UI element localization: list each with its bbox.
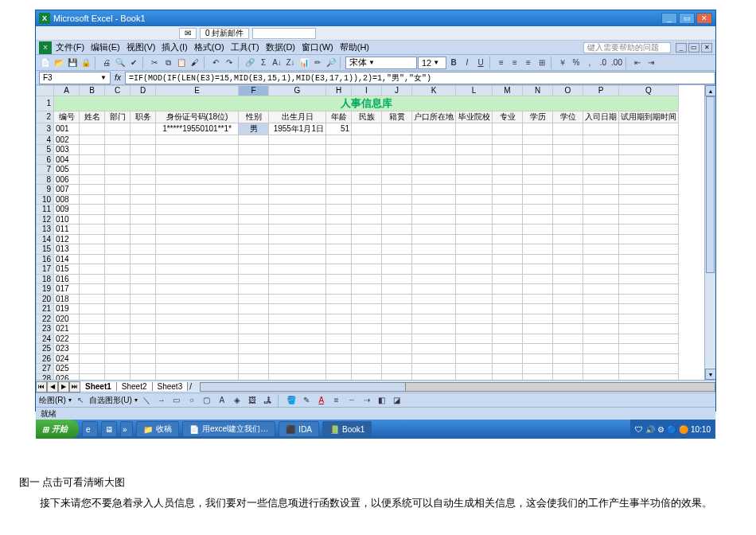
cell-I27[interactable]: [352, 364, 382, 374]
cell-O23[interactable]: [553, 324, 583, 334]
cell-A25[interactable]: 023: [54, 344, 80, 354]
cell-K3[interactable]: [412, 123, 456, 135]
cell-B4[interactable]: [80, 135, 105, 145]
cell-N7[interactable]: [523, 165, 553, 175]
cell-G27[interactable]: [269, 364, 326, 374]
tab-nav-first[interactable]: ⏮: [36, 381, 47, 392]
cell-G18[interactable]: [269, 274, 326, 284]
cell-H17[interactable]: [326, 264, 352, 275]
cell-F8[interactable]: [239, 174, 269, 185]
cell-C12[interactable]: [105, 214, 131, 225]
undo-icon[interactable]: ↶: [209, 57, 222, 69]
cell-L9[interactable]: [456, 185, 493, 195]
cell-A3[interactable]: 001: [54, 123, 80, 135]
cell-P17[interactable]: [583, 264, 619, 275]
cell-I24[interactable]: [352, 334, 382, 344]
cell-Q13[interactable]: [619, 225, 679, 235]
system-tray[interactable]: 🛡 🔊 ⚙ 🔵 🟠 10:10: [630, 420, 715, 439]
cell-D26[interactable]: [131, 353, 156, 364]
cell-I20[interactable]: [352, 294, 382, 304]
cell-N18[interactable]: [523, 274, 553, 284]
cell-I9[interactable]: [352, 185, 382, 195]
cell-K15[interactable]: [412, 244, 456, 255]
workbook-restore[interactable]: ▭: [688, 43, 699, 53]
format-painter-icon[interactable]: 🖌: [189, 57, 201, 69]
sheet-tab-3[interactable]: Sheet3: [153, 382, 189, 391]
cell-P18[interactable]: [583, 274, 619, 284]
cell-O18[interactable]: [553, 274, 583, 284]
picture-icon[interactable]: 🏞: [261, 394, 274, 407]
cell-F26[interactable]: [239, 353, 269, 364]
cell-G8[interactable]: [269, 174, 326, 185]
cell-N12[interactable]: [523, 214, 553, 225]
3d-icon[interactable]: ◪: [391, 394, 403, 407]
cell-F12[interactable]: [239, 214, 269, 225]
open-icon[interactable]: 📂: [53, 57, 65, 69]
quicklaunch-desktop[interactable]: 🖥: [101, 421, 117, 437]
cell-D9[interactable]: [131, 185, 156, 195]
cell-A5[interactable]: 003: [54, 145, 80, 155]
clock[interactable]: 10:10: [691, 425, 711, 434]
cell-F7[interactable]: [239, 165, 269, 175]
cell-Q28[interactable]: [619, 373, 679, 380]
cell-E14[interactable]: [156, 234, 239, 244]
cell-M7[interactable]: [493, 165, 523, 175]
cell-Q22[interactable]: [619, 314, 679, 324]
cell-N21[interactable]: [523, 304, 553, 314]
cell-O5[interactable]: [553, 145, 583, 155]
cell-O20[interactable]: [553, 294, 583, 304]
cell-H13[interactable]: [326, 225, 352, 235]
cell-E26[interactable]: [156, 353, 239, 364]
font-color-icon[interactable]: A: [315, 394, 328, 407]
cell-L10[interactable]: [456, 194, 493, 205]
cell-N25[interactable]: [523, 344, 553, 354]
cell-Q10[interactable]: [619, 194, 679, 205]
cell-H11[interactable]: [326, 205, 352, 215]
cell-K26[interactable]: [412, 353, 456, 364]
cell-M11[interactable]: [493, 205, 523, 215]
cell-C4[interactable]: [105, 135, 131, 145]
cell-N27[interactable]: [523, 364, 553, 374]
sheet-tab-1[interactable]: Sheet1: [80, 382, 117, 391]
cell-M15[interactable]: [493, 244, 523, 255]
cell-F27[interactable]: [239, 364, 269, 374]
cell-Q14[interactable]: [619, 234, 679, 244]
cell-A27[interactable]: 025: [54, 364, 80, 374]
cell-D20[interactable]: [131, 294, 156, 304]
cell-Q8[interactable]: [619, 174, 679, 185]
cell-K21[interactable]: [412, 304, 456, 314]
quicklaunch-more[interactable]: »: [120, 421, 133, 437]
cell-P7[interactable]: [583, 165, 619, 175]
cell-O25[interactable]: [553, 344, 583, 354]
menu-format[interactable]: 格式(O): [192, 41, 227, 54]
cell-M16[interactable]: [493, 254, 523, 264]
header-cell[interactable]: 编号: [54, 111, 80, 123]
start-button[interactable]: ⊞ 开始: [36, 420, 79, 439]
draw-menu[interactable]: 绘图(R): [39, 395, 66, 406]
cell-F3[interactable]: 男: [239, 123, 269, 135]
cell-L16[interactable]: [456, 254, 493, 264]
cell-E18[interactable]: [156, 274, 239, 284]
cell-D19[interactable]: [131, 284, 156, 295]
cell-A13[interactable]: 011: [54, 225, 80, 235]
cell-L28[interactable]: [456, 373, 493, 380]
cell-I15[interactable]: [352, 244, 382, 255]
cell-D12[interactable]: [131, 214, 156, 225]
cell-K6[interactable]: [412, 154, 456, 165]
cell-J3[interactable]: [382, 123, 412, 135]
maximize-button[interactable]: ▭: [679, 13, 695, 24]
cell-H12[interactable]: [326, 214, 352, 225]
task-item-3[interactable]: ⬛ IDA: [279, 421, 319, 437]
column-header-D[interactable]: D: [131, 86, 156, 96]
cell-F20[interactable]: [239, 294, 269, 304]
cell-J17[interactable]: [382, 264, 412, 275]
cell-J4[interactable]: [382, 135, 412, 145]
cell-K14[interactable]: [412, 234, 456, 244]
cell-D16[interactable]: [131, 254, 156, 264]
cell-E15[interactable]: [156, 244, 239, 255]
cell-B12[interactable]: [80, 214, 105, 225]
column-header-Q[interactable]: Q: [619, 86, 679, 96]
cell-G11[interactable]: [269, 205, 326, 215]
row-header-5[interactable]: 5: [37, 145, 54, 155]
cell-P8[interactable]: [583, 174, 619, 185]
